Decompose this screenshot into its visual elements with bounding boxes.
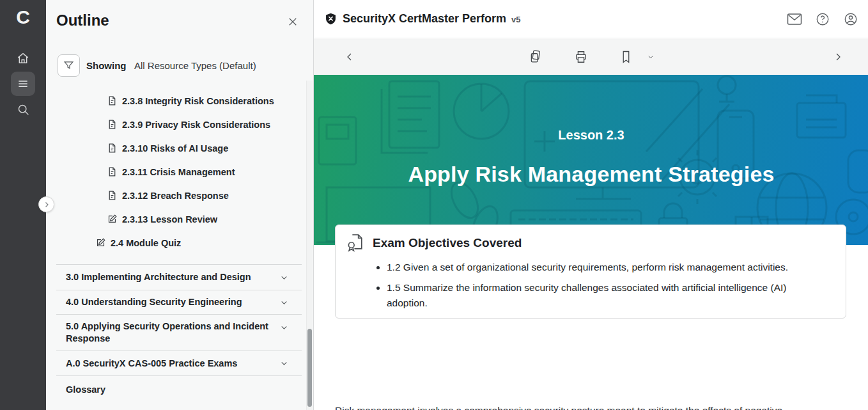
bookmark-button[interactable] (621, 51, 632, 64)
lesson-title: Apply Risk Management Strategies (314, 162, 868, 187)
outline-item-label: 2.3.12 Breach Response (122, 191, 229, 201)
outline-item[interactable]: 2.3.11 Crisis Management (46, 160, 302, 184)
home-button[interactable] (11, 46, 35, 70)
outline-item[interactable]: 2.3.9 Privacy Risk Considerations (46, 113, 302, 136)
edit-icon (107, 214, 118, 225)
lesson-toolbar (314, 39, 868, 75)
messages-button[interactable] (787, 12, 802, 27)
panel-expand-handle[interactable] (38, 196, 54, 212)
print-button[interactable] (574, 50, 588, 64)
document-icon (107, 166, 118, 177)
lesson-intro-paragraph: Risk management involves a comprehensive… (335, 404, 833, 410)
outline-lesson-list: 2.3.8 Integrity Risk Considerations 2.3.… (46, 89, 302, 255)
close-icon (287, 16, 298, 28)
section-label: 4.0 Understanding Security Engineering (56, 290, 270, 315)
section-label: 3.0 Implementing Architecture and Design (56, 265, 270, 290)
outline-item-label: 2.3.11 Crisis Management (122, 167, 235, 177)
tech-pattern-decoration (314, 75, 868, 245)
outline-scrollbar[interactable] (306, 81, 313, 410)
chevron-down-icon (279, 297, 289, 307)
outline-item[interactable]: 2.4 Module Quiz (46, 231, 302, 255)
certificate-icon (347, 233, 364, 252)
outline-item[interactable]: 2.3.10 Risks of AI Usage (46, 136, 302, 160)
comptia-logo: C (0, 6, 46, 28)
menu-icon (17, 77, 29, 90)
help-icon (816, 12, 830, 26)
app-window: C Outline (0, 0, 868, 410)
document-icon (107, 190, 118, 201)
chevron-down-icon (279, 323, 289, 333)
document-icon (107, 95, 118, 106)
lesson-number-label: Lesson 2.3 (314, 128, 868, 143)
copy-button[interactable] (529, 50, 542, 65)
outline-panel-title: Outline (56, 12, 109, 29)
previous-page-button[interactable] (345, 52, 355, 62)
bookmark-menu-button[interactable] (647, 53, 655, 61)
chevron-right-icon (43, 201, 50, 209)
app-version-badge: v5 (511, 15, 520, 24)
outline-section-5[interactable]: 5.0 Applying Security Operations and Inc… (56, 314, 302, 351)
search-button[interactable] (11, 97, 35, 122)
copy-icon (529, 50, 542, 65)
lesson-banner: Lesson 2.3 Apply Risk Management Strateg… (314, 75, 868, 245)
search-icon (17, 103, 30, 116)
account-button[interactable] (843, 12, 858, 27)
edit-icon (95, 237, 106, 248)
outline-item-label: 2.3.13 Lesson Review (122, 214, 217, 225)
outline-item[interactable]: 2.3.8 Integrity Risk Considerations (46, 89, 302, 113)
outline-panel: Outline Showing All Resource Types (Defa… (46, 0, 313, 410)
outline-section-4[interactable]: 4.0 Understanding Security Engineering (56, 290, 302, 314)
main-content: SecurityX CertMaster Perform v5 (313, 0, 868, 410)
chevron-right-icon (833, 52, 843, 62)
chevron-down-icon (279, 272, 289, 282)
chevron-down-small-icon (647, 53, 655, 61)
app-title: SecurityX CertMaster Perform (343, 12, 506, 26)
section-label: A.0 SecurityX CAS-005 Practice Exams (56, 351, 270, 376)
securityx-shield-icon (324, 12, 337, 26)
bookmark-icon (621, 51, 632, 64)
home-icon (16, 51, 30, 65)
outline-item-label: 2.3.8 Integrity Risk Considerations (122, 96, 274, 106)
outline-item-label: 2.3.9 Privacy Risk Considerations (122, 120, 270, 130)
outline-scrollbar-thumb[interactable] (307, 329, 312, 407)
outline-item[interactable]: 2.3.12 Breach Response (46, 184, 302, 207)
glossary-label: Glossary (56, 377, 270, 402)
exam-objectives-title: Exam Objectives Covered (373, 236, 522, 250)
outline-section-list: 3.0 Implementing Architecture and Design… (46, 264, 302, 404)
chevron-left-icon (345, 52, 355, 62)
account-icon (844, 12, 858, 26)
next-page-button[interactable] (833, 52, 843, 62)
help-button[interactable] (815, 12, 830, 27)
exam-objectives-card: Exam Objectives Covered 1.2 Given a set … (335, 225, 846, 319)
document-icon (107, 143, 118, 154)
objective-item: 1.2 Given a set of organizational securi… (387, 260, 828, 275)
resource-filter-value[interactable]: All Resource Types (Default) (134, 60, 256, 71)
outline-glossary[interactable]: Glossary (56, 375, 302, 404)
outline-section-a[interactable]: A.0 SecurityX CAS-005 Practice Exams (56, 351, 302, 375)
mail-icon (787, 13, 802, 26)
chevron-down-icon (279, 359, 289, 368)
outline-close-button[interactable] (285, 14, 300, 29)
filter-funnel-icon (63, 59, 75, 72)
outline-item[interactable]: 2.3.13 Lesson Review (46, 207, 302, 231)
section-label: 5.0 Applying Security Operations and Inc… (56, 314, 270, 351)
exam-objectives-list: 1.2 Given a set of organizational securi… (336, 260, 828, 316)
document-icon (107, 119, 118, 130)
outline-item-label: 2.4 Module Quiz (111, 238, 181, 248)
showing-label: Showing (86, 60, 127, 71)
outline-item-label: 2.3.10 Risks of AI Usage (122, 143, 228, 154)
outline-menu-button[interactable] (11, 72, 35, 96)
filter-button[interactable] (58, 54, 80, 77)
objective-item: 1.5 Summarize the information security c… (387, 280, 828, 311)
print-icon (574, 50, 588, 64)
outline-section-3[interactable]: 3.0 Implementing Architecture and Design (56, 264, 302, 290)
app-header: SecurityX CertMaster Perform v5 (314, 0, 868, 38)
